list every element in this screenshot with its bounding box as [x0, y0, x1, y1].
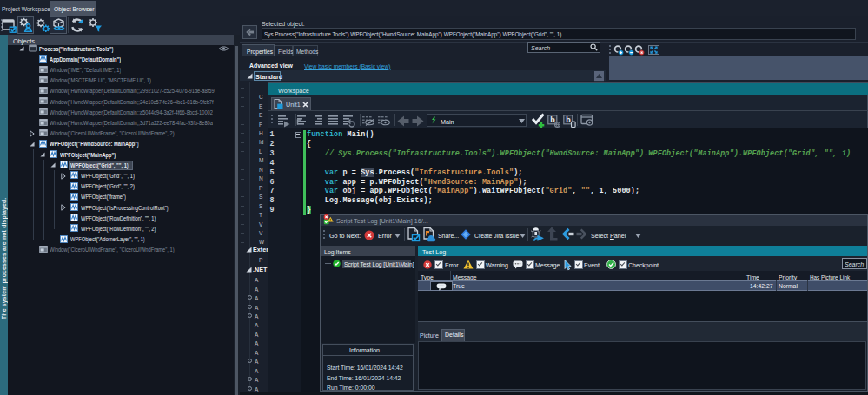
svg-text:b: b	[566, 115, 571, 124]
svg-text:b: b	[550, 115, 555, 124]
